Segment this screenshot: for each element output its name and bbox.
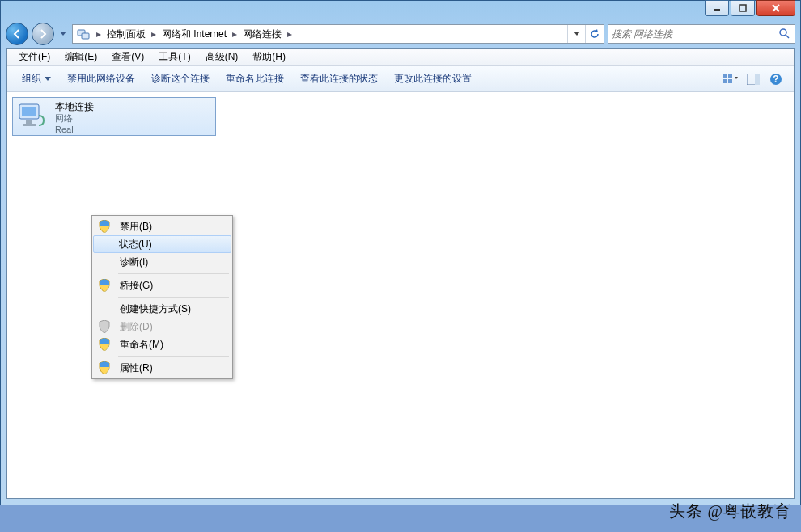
- shield-icon: [98, 279, 111, 292]
- shield-icon: [98, 220, 111, 233]
- context-separator: [118, 356, 229, 357]
- breadcrumb-item[interactable]: 网络连接: [240, 25, 284, 43]
- context-item[interactable]: 属性(R): [94, 359, 231, 377]
- preview-pane-button[interactable]: [744, 70, 763, 89]
- help-button[interactable]: ?: [766, 70, 786, 89]
- view-options-button[interactable]: [721, 70, 740, 89]
- menubar: 文件(F) 编辑(E) 查看(V) 工具(T) 高级(N) 帮助(H): [7, 49, 794, 66]
- search-icon[interactable]: [778, 27, 791, 40]
- shield-icon: [98, 338, 111, 351]
- menu-tools[interactable]: 工具(T): [152, 49, 197, 65]
- chevron-right-icon[interactable]: ▸: [148, 25, 159, 43]
- context-item-label: 删除(D): [120, 320, 153, 334]
- close-button[interactable]: [756, 0, 795, 16]
- svg-rect-8: [723, 74, 727, 78]
- minimize-button[interactable]: [705, 0, 729, 16]
- chevron-right-icon[interactable]: ▸: [229, 25, 240, 43]
- forward-button[interactable]: [32, 23, 54, 45]
- menu-help[interactable]: 帮助(H): [246, 49, 292, 65]
- tb-rename[interactable]: 重命名此连接: [218, 69, 292, 89]
- svg-rect-19: [23, 124, 36, 126]
- menu-edit[interactable]: 编辑(E): [58, 49, 104, 65]
- back-button[interactable]: [6, 23, 28, 45]
- context-item-label: 桥接(G): [120, 279, 153, 293]
- svg-rect-18: [26, 120, 32, 124]
- svg-rect-17: [22, 107, 36, 116]
- chevron-right-icon[interactable]: ▸: [284, 25, 295, 43]
- context-item[interactable]: 桥接(G): [94, 277, 231, 294]
- context-item-label: 重命名(M): [120, 338, 163, 352]
- chevron-right-icon[interactable]: ▸: [93, 25, 104, 43]
- titlebar: [1, 1, 800, 20]
- tb-settings[interactable]: 更改此连接的设置: [386, 69, 480, 89]
- svg-rect-9: [728, 74, 732, 78]
- context-separator: [118, 273, 229, 274]
- context-item[interactable]: 重命名(M): [94, 336, 231, 353]
- context-item: 删除(D): [94, 318, 231, 336]
- context-menu: 禁用(B)状态(U)诊断(I)桥接(G)创建快捷方式(S)删除(D)重命名(M)…: [91, 215, 233, 379]
- explorer-window: ▸ 控制面板 ▸ 网络和 Internet ▸ 网络连接 ▸ 文件(F) 编辑(…: [0, 0, 801, 505]
- search-input[interactable]: [612, 28, 778, 40]
- menu-view[interactable]: 查看(V): [105, 49, 150, 65]
- connection-device: Real: [55, 124, 94, 135]
- address-bar[interactable]: ▸ 控制面板 ▸ 网络和 Internet ▸ 网络连接 ▸: [72, 24, 604, 44]
- svg-rect-5: [82, 33, 89, 39]
- svg-rect-1: [740, 5, 746, 11]
- network-folder-icon: [76, 27, 91, 41]
- svg-rect-10: [723, 79, 727, 83]
- toolbar: 组织 禁用此网络设备 诊断这个连接 重命名此连接 查看此连接的状态 更改此连接的…: [7, 66, 794, 92]
- content-area[interactable]: 本地连接 网络 Real 禁用(B)状态(U)诊断(I)桥接(G)创建快捷方式(…: [7, 92, 794, 498]
- organize-button[interactable]: 组织: [14, 69, 59, 89]
- connection-item[interactable]: 本地连接 网络 Real: [12, 97, 216, 136]
- shield-icon: [98, 361, 111, 374]
- context-item-label: 状态(U): [119, 238, 152, 251]
- svg-point-6: [780, 29, 786, 36]
- context-item-label: 创建快捷方式(S): [120, 302, 191, 316]
- context-item-label: 属性(R): [120, 361, 153, 375]
- network-adapter-icon: [16, 101, 50, 133]
- svg-rect-11: [728, 79, 732, 83]
- svg-rect-13: [755, 74, 760, 85]
- context-item-label: 诊断(I): [120, 255, 148, 269]
- address-dropdown-button[interactable]: [567, 25, 585, 43]
- search-box[interactable]: [608, 24, 795, 44]
- svg-line-7: [786, 35, 789, 38]
- inner-frame: 文件(F) 编辑(E) 查看(V) 工具(T) 高级(N) 帮助(H) 组织 禁…: [6, 48, 795, 499]
- tb-status[interactable]: 查看此连接的状态: [292, 69, 386, 89]
- context-item[interactable]: 诊断(I): [94, 253, 231, 271]
- watermark: 头条 @粤嵌教育: [669, 500, 791, 522]
- menu-advanced[interactable]: 高级(N): [199, 49, 245, 65]
- context-item[interactable]: 禁用(B): [94, 217, 231, 235]
- menu-file[interactable]: 文件(F): [12, 49, 57, 65]
- nav-history-dropdown[interactable]: [57, 23, 69, 45]
- shield-icon: [98, 320, 111, 333]
- refresh-button[interactable]: [585, 25, 603, 43]
- context-item[interactable]: 状态(U): [93, 235, 231, 253]
- context-separator: [118, 297, 229, 298]
- connection-name: 本地连接: [55, 101, 94, 112]
- nav-row: ▸ 控制面板 ▸ 网络和 Internet ▸ 网络连接 ▸: [1, 20, 800, 48]
- maximize-button[interactable]: [731, 0, 755, 16]
- context-item-label: 禁用(B): [120, 220, 152, 234]
- breadcrumb-item[interactable]: 控制面板: [104, 25, 148, 43]
- breadcrumb-item[interactable]: 网络和 Internet: [159, 25, 229, 43]
- svg-text:?: ?: [773, 74, 778, 85]
- connection-status: 网络: [55, 112, 94, 124]
- tb-disable[interactable]: 禁用此网络设备: [59, 69, 143, 89]
- tb-diagnose[interactable]: 诊断这个连接: [143, 69, 218, 89]
- context-item[interactable]: 创建快捷方式(S): [94, 300, 231, 318]
